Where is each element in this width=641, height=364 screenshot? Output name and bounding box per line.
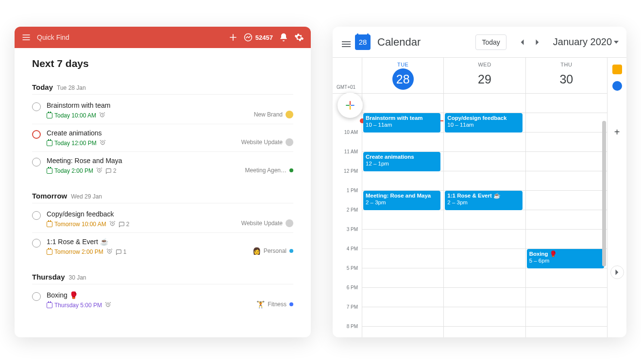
day-header[interactable]: THU30	[525, 58, 607, 93]
karma-points[interactable]: 52457	[244, 33, 273, 42]
add-addon-icon[interactable]: +	[614, 127, 620, 138]
calendar-event[interactable]: Create animations12 – 1pm	[363, 152, 440, 171]
next-icon[interactable]	[531, 35, 544, 49]
reminder-icon	[99, 112, 105, 119]
hour-label: 4 PM	[347, 246, 358, 251]
add-task-icon[interactable]	[228, 33, 238, 42]
todoist-body: Next 7 days TodayTue 28 JanBrainstorm wi…	[15, 48, 311, 337]
event-title: Meeting: Rose and Maya	[366, 193, 431, 199]
menu-icon[interactable]	[338, 36, 350, 48]
gcal-header: 28 Calendar Today January 2020	[333, 27, 626, 58]
day-of-week: WED	[444, 62, 525, 67]
section-day: Thursday	[32, 273, 65, 281]
view-title: Next 7 days	[32, 58, 293, 69]
day-of-week: TUE	[362, 62, 443, 67]
section-date: Tue 28 Jan	[57, 84, 86, 91]
task-checkbox[interactable]	[32, 239, 41, 248]
grid-row	[362, 327, 443, 337]
day-column[interactable]: Copy/design feedback10 – 11am1:1 Rose & …	[443, 94, 525, 337]
month-selector[interactable]: January 2020	[553, 36, 619, 48]
day-column[interactable]: Brainstorm with team10 – 11amCreate anim…	[362, 94, 443, 337]
calendar-event[interactable]: Meeting: Rose and Maya2 – 3pm	[363, 191, 440, 210]
scrollbar[interactable]	[602, 116, 607, 332]
task-project[interactable]: 👩Personal	[253, 247, 293, 256]
task-row[interactable]: Brainstorm with teamToday 10:00 AMNew Br…	[32, 97, 293, 124]
task-project[interactable]: New Brand	[254, 111, 293, 119]
calendar-event[interactable]: Copy/design feedback10 – 11am	[445, 113, 522, 132]
task-checkbox[interactable]	[32, 130, 41, 139]
comments-count[interactable]: 2	[105, 167, 117, 174]
day-section: TodayTue 28 JanBrainstorm with teamToday…	[32, 83, 293, 179]
day-header-row: GMT+01 TUE28WED29THU30	[333, 58, 607, 94]
calendar-icon	[47, 168, 52, 174]
section-header: TodayTue 28 Jan	[32, 83, 293, 95]
event-time: 5 – 6pm	[529, 258, 550, 264]
grid-row	[444, 132, 525, 152]
day-number: 29	[474, 68, 495, 90]
task-project[interactable]: 🏋️Fitness	[256, 300, 293, 309]
grid-row	[444, 268, 525, 288]
hour-label: 1 PM	[347, 188, 358, 193]
task-title: Brainstorm with team	[47, 101, 248, 109]
grid-row	[526, 307, 607, 327]
task-checkbox[interactable]	[32, 102, 41, 111]
keep-icon[interactable]	[612, 65, 622, 74]
task-row[interactable]: Copy/design feedbackTomorrow 10:00 AM2We…	[32, 205, 293, 233]
task-title: Boxing 🥊	[47, 291, 251, 299]
day-header[interactable]: TUE28	[362, 58, 443, 93]
calendar-event[interactable]: Boxing 🥊5 – 6pm	[527, 249, 604, 268]
calendar-event[interactable]: 1:1 Rose & Evert ☕️2 – 3pm	[445, 191, 522, 210]
grid-row	[526, 171, 607, 191]
task-checkbox[interactable]	[32, 158, 41, 166]
project-name: Personal	[264, 248, 287, 254]
side-panel: +	[607, 58, 626, 337]
project-name: New Brand	[254, 111, 283, 118]
task-checkbox[interactable]	[32, 292, 41, 301]
comments-count[interactable]: 2	[118, 221, 130, 228]
section-header: TomorrowWed 29 Jan	[32, 192, 293, 203]
hour-label: 3 PM	[347, 227, 358, 232]
task-project[interactable]: Website Update	[241, 219, 293, 228]
task-row[interactable]: 1:1 Rose & Evert ☕️Tomorrow 2:00 PM1👩Per…	[32, 233, 293, 260]
tasks-icon[interactable]	[612, 81, 622, 91]
grid-row	[526, 94, 607, 113]
calendar-logo-icon: 28	[355, 34, 371, 50]
task-title: 1:1 Rose & Evert ☕️	[47, 238, 247, 246]
grid-row	[526, 210, 607, 230]
task-schedule: Today 2:00 PM	[47, 167, 93, 174]
create-event-button[interactable]	[337, 93, 363, 118]
task-row[interactable]: Meeting: Rose and MayaToday 2:00 PM2Meet…	[32, 152, 293, 179]
task-row[interactable]: Create animationsToday 12:00 PMWebsite U…	[32, 124, 293, 152]
app-title: Calendar	[377, 36, 421, 49]
grid-row	[362, 307, 443, 327]
today-button[interactable]: Today	[475, 34, 506, 50]
hour-label: 6 PM	[347, 285, 358, 290]
day-column[interactable]: Boxing 🥊5 – 6pm	[525, 94, 607, 337]
prev-icon[interactable]	[515, 35, 529, 49]
task-checkbox[interactable]	[32, 211, 41, 220]
task-project[interactable]: Meeting Agen…	[245, 167, 293, 175]
hour-label: 2 PM	[347, 207, 358, 213]
task-row[interactable]: Boxing 🥊Thursday 5:00 PM🏋️Fitness	[32, 286, 293, 314]
time-grid[interactable]: 9 AM10 AM11 AM12 PM1 PM2 PM3 PM4 PM5 PM6…	[333, 94, 607, 337]
task-schedule: Tomorrow 10:00 AM	[47, 221, 106, 228]
month-label: January 2020	[553, 36, 612, 48]
karma-value: 52457	[255, 34, 273, 41]
calendar-event[interactable]: Brainstorm with team10 – 11am	[363, 113, 440, 132]
day-of-week: THU	[526, 62, 607, 67]
project-emoji: 🏋️	[256, 300, 265, 308]
time-column: 9 AM10 AM11 AM12 PM1 PM2 PM3 PM4 PM5 PM6…	[333, 94, 362, 337]
settings-gear-icon[interactable]	[294, 33, 304, 42]
hour-label: 8 PM	[347, 324, 358, 329]
day-section: Thursday30 JanBoxing 🥊Thursday 5:00 PM🏋️…	[32, 273, 293, 314]
day-header[interactable]: WED29	[443, 58, 525, 93]
task-project[interactable]: Website Update	[241, 138, 293, 147]
event-time: 2 – 3pm	[366, 199, 386, 205]
quick-find-input[interactable]: Quick Find	[37, 33, 69, 41]
expand-side-icon[interactable]	[610, 265, 624, 279]
hour-label: 11 AM	[344, 149, 358, 154]
menu-icon[interactable]	[21, 33, 31, 42]
notifications-icon[interactable]	[279, 33, 288, 42]
grid-row	[526, 113, 607, 132]
comments-count[interactable]: 1	[116, 248, 127, 255]
